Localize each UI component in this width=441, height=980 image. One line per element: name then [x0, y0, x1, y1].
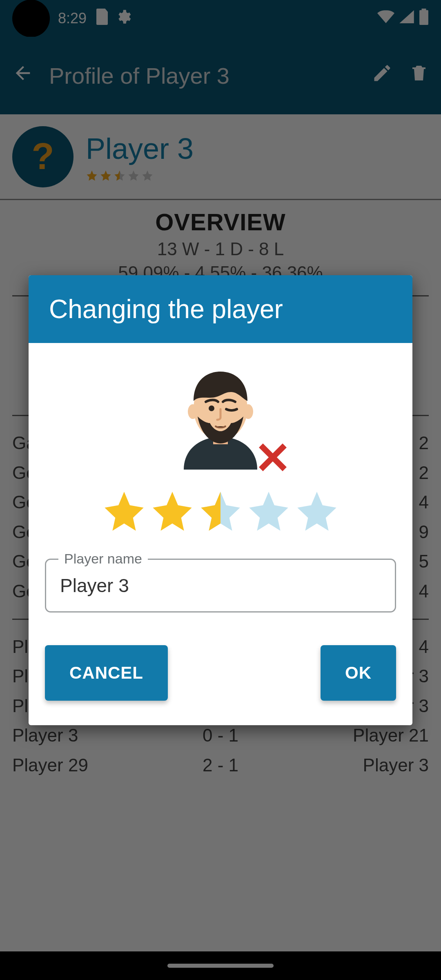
- star-5-icon[interactable]: [296, 490, 338, 532]
- svg-point-4: [243, 404, 253, 419]
- change-player-dialog: Changing the player: [29, 275, 412, 725]
- player-avatar[interactable]: [167, 363, 274, 470]
- remove-avatar-icon[interactable]: [258, 443, 287, 472]
- dialog-title: Changing the player: [29, 275, 412, 343]
- star-4-icon[interactable]: [247, 490, 290, 532]
- rating-input[interactable]: [103, 490, 338, 532]
- star-1-icon[interactable]: [103, 490, 145, 532]
- star-3-half-icon[interactable]: [199, 490, 242, 532]
- svg-point-3: [188, 404, 198, 419]
- player-name-field[interactable]: Player name: [45, 559, 396, 612]
- star-2-icon[interactable]: [151, 490, 194, 532]
- bearded-man-avatar-icon: [167, 363, 274, 470]
- player-name-input[interactable]: [60, 575, 381, 597]
- cancel-button[interactable]: CANCEL: [45, 645, 168, 701]
- ok-button[interactable]: OK: [321, 645, 396, 701]
- player-name-label: Player name: [58, 551, 148, 567]
- svg-point-5: [209, 405, 214, 411]
